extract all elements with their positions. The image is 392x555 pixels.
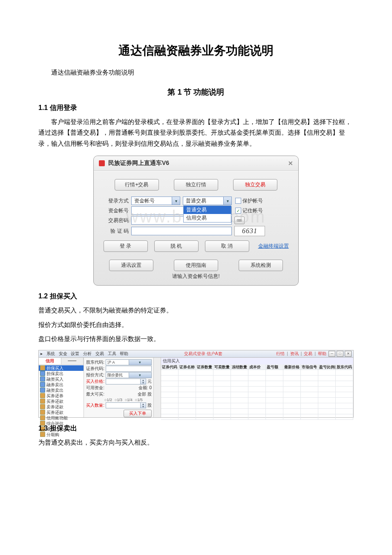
dropdown-item-normal[interactable]: 普通交易 — [184, 206, 231, 214]
price-method-select[interactable]: 限价委托 ▾ — [106, 372, 152, 378]
menu-analysis[interactable]: 分析 — [83, 351, 92, 356]
table-col-header[interactable]: 市场信号 — [301, 364, 318, 370]
sidebar-item[interactable]: 买券还款 — [39, 399, 84, 404]
section1-heading: 第 1 节 功能说明 — [38, 87, 354, 97]
sidebar-item[interactable]: 买券还券 — [39, 393, 84, 399]
table-col-header[interactable]: 盈亏额 — [266, 364, 283, 370]
section-1-2-heading: 1.2 担保买入 — [38, 292, 354, 301]
sidebar-item[interactable]: 卖券还款 — [39, 404, 84, 410]
tab-trade-only[interactable]: 独立交易 — [233, 179, 277, 191]
topbar-link-help[interactable]: 帮助 — [318, 351, 326, 357]
topbar-link-quotes[interactable]: 行情 — [276, 351, 285, 357]
close-icon[interactable]: ✕ — [345, 351, 352, 357]
menu-help[interactable]: 帮助 — [120, 351, 128, 356]
label-buy-qty: 买入数量: — [86, 402, 106, 408]
dropdown-item-credit[interactable]: 信用交易 — [184, 214, 231, 222]
sidebar-item[interactable]: 担保买入 — [39, 365, 84, 371]
order-entry-panel: 股东代码: 沪 A ▾ 证券代码: 报价方式: 限价委托 — [84, 358, 154, 417]
protect-account-checkbox[interactable]: 保护帐号 — [235, 197, 263, 205]
sidebar-item[interactable]: 信用账功能 — [39, 415, 84, 421]
table-col-header[interactable]: 盈亏比例(%) — [318, 364, 336, 370]
sidebar-item[interactable]: 融券卖出 — [39, 382, 84, 387]
maximize-icon[interactable]: □ — [337, 351, 343, 357]
tab-market-only[interactable]: 独立行情 — [174, 179, 218, 191]
fraction-option[interactable]: ○1/2 — [104, 398, 112, 402]
sidebar-tab-credit[interactable]: 信用 — [39, 358, 61, 364]
offline-button[interactable]: 脱 机 — [154, 240, 199, 252]
trade-title-center: 交易式登录 信户A套 — [184, 351, 222, 357]
captcha-image[interactable]: 6631 — [234, 226, 265, 236]
checkbox-icon — [235, 198, 241, 204]
trade-type-select[interactable]: 普通交易 ▾ 普通交易 信用交易 — [183, 197, 232, 205]
sidebar-item[interactable]: 担保卖出 — [39, 371, 84, 376]
table-col-header[interactable]: 成本价 — [248, 364, 266, 370]
tab-market-trade[interactable]: 行情+交易 — [115, 179, 159, 191]
terminal-settings-link[interactable]: 金融终端设置 — [258, 243, 289, 250]
topbar-link-trade[interactable]: 交易 — [304, 351, 312, 357]
remember-account-checkbox[interactable]: ✓ 记住帐号 — [235, 207, 263, 214]
menu-system[interactable]: 系统 — [46, 351, 55, 356]
buy-price-input[interactable]: ▲▼ — [106, 379, 146, 384]
chevron-down-icon[interactable]: ▾ — [172, 197, 180, 205]
available-cash-value: 金额: 0 — [106, 385, 152, 391]
table-col-header[interactable]: 可卖数量 — [213, 364, 231, 370]
fraction-option[interactable]: ○1/5 — [135, 398, 143, 402]
label-password: 交易密码 — [99, 217, 131, 224]
captcha-input[interactable] — [131, 227, 232, 235]
user-guide-button[interactable]: 使用指南 — [174, 260, 218, 271]
sidebar-item[interactable]: 融资卖出 — [39, 387, 84, 393]
folder-icon — [40, 376, 45, 382]
fraction-option[interactable]: ○1/4 — [125, 398, 133, 402]
table-col-header[interactable]: 证券代码 — [161, 364, 179, 370]
menu-settings[interactable]: 设置 — [71, 351, 79, 356]
trading-panel-screenshot: ▸ 系统 安全 设置 分析 交易 工具 帮助 交易式登录 信户A套 行情| 资讯… — [38, 350, 354, 418]
doc-title: 通达信融资融券业务功能说明 — [38, 43, 354, 59]
fraction-row: ○1/2 ○1/3 ○1/4 ○1/5 — [86, 398, 152, 402]
menu-security[interactable]: 安全 — [59, 351, 67, 356]
connection-settings-button[interactable]: 通讯设置 — [109, 260, 153, 271]
menu-tools[interactable]: 工具 — [108, 351, 116, 356]
close-icon[interactable]: ✕ — [288, 160, 293, 167]
label-max-buy: 最大可买: — [86, 391, 106, 397]
topbar-link-news[interactable]: 资讯 — [290, 351, 299, 357]
trade-arrow-icon: ▸ — [40, 351, 43, 356]
chevron-down-icon[interactable]: ▾ — [129, 373, 152, 378]
folder-icon — [40, 371, 45, 376]
trade-type-dropdown: 普通交易 信用交易 — [183, 205, 231, 223]
login-window-title: 民族证券网上直通车V6 — [108, 159, 288, 167]
login-method-select[interactable]: 资金帐号 ▾ — [131, 197, 180, 205]
folder-icon — [40, 404, 45, 409]
table-col-header[interactable]: 证券数量 — [196, 364, 213, 370]
security-code-input[interactable] — [106, 366, 152, 372]
fraction-option[interactable]: ○1/3 — [115, 398, 122, 402]
folder-icon — [40, 415, 45, 420]
table-panel-title: 信用买入 — [161, 358, 353, 364]
shareholder-account-select[interactable]: 沪 A ▾ — [106, 359, 152, 365]
chevron-down-icon[interactable]: ▾ — [223, 197, 231, 205]
table-col-header[interactable]: 股东代码 — [336, 364, 353, 370]
login-button[interactable]: 登 录 — [104, 240, 148, 252]
trade-sidebar: 信用 —— 担保买入 担保卖出 融资买入 融券卖出 融资卖出 买券还券 买券还款… — [39, 358, 84, 417]
table-col-header[interactable]: 证券名称 — [179, 364, 196, 370]
table-col-header[interactable]: 冻结数量 — [231, 364, 248, 370]
price-stepper[interactable]: ▲▼ — [140, 379, 146, 384]
sidebar-item[interactable]: 买券还款 — [39, 410, 84, 415]
sidebar-tab-other[interactable]: —— — [61, 358, 84, 364]
label-login-method: 登录方式 — [99, 197, 131, 205]
system-check-button[interactable]: 系统检测 — [239, 260, 283, 271]
soft-keyboard-icon[interactable]: ⌨ — [234, 217, 245, 224]
table-col-header[interactable]: 最新价格 — [283, 364, 301, 370]
menu-trade[interactable]: 交易 — [95, 351, 104, 356]
chevron-down-icon[interactable]: ▾ — [129, 360, 152, 365]
holdings-table: 证券代码 证券名称 证券数量 可卖数量 冻结数量 成本价 盈亏额 最新价格 市场… — [161, 364, 353, 420]
qty-stepper[interactable]: ▲▼ — [140, 403, 146, 408]
quote-collapse-panel[interactable] — [154, 358, 161, 417]
submit-buy-button[interactable]: 买入下单 — [124, 410, 152, 417]
section-1-1-heading: 1.1 信用登录 — [38, 104, 354, 113]
checkbox-icon: ✓ — [235, 208, 241, 214]
folder-icon — [40, 410, 45, 415]
minimize-icon[interactable]: ─ — [329, 351, 335, 357]
sidebar-item[interactable]: 融资买入 — [39, 376, 84, 382]
buy-qty-input[interactable]: ▲▼ — [106, 402, 146, 408]
cancel-button[interactable]: 取 消 — [205, 240, 249, 252]
